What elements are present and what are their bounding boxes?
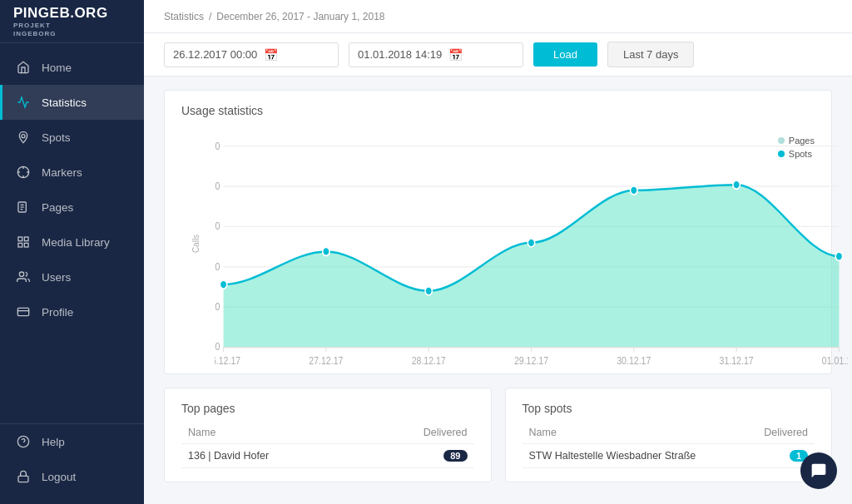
svg-point-51 xyxy=(733,180,740,189)
chart-container: Pages Spots 05010015020025026.12.1727.12… xyxy=(181,127,815,360)
logo: PINGEB.ORG PROJEKTINGEBORG xyxy=(0,0,144,43)
breadcrumb-parent: Statistics xyxy=(164,11,204,22)
svg-text:0: 0 xyxy=(215,340,220,352)
top-pages-card: Top pages Name Delivered 136 | David Hof… xyxy=(164,388,492,482)
spots-col-delivered: Delivered xyxy=(744,422,815,444)
sidebar-label-home: Home xyxy=(42,62,72,74)
top-pages-title: Top pages xyxy=(181,402,474,415)
svg-rect-13 xyxy=(24,243,28,247)
top-pages-table: Name Delivered 136 | David Hofer 89 xyxy=(181,422,474,468)
table-row: STW Haltestelle Wiesbadner Straße 1 xyxy=(523,444,815,468)
top-spots-title: Top spots xyxy=(523,402,815,415)
sidebar-bottom: Help Logout xyxy=(0,423,144,504)
date-from-input[interactable]: 26.12.2017 00:00 📅 xyxy=(164,42,339,67)
sidebar-item-spots[interactable]: Spots xyxy=(0,120,144,155)
bottom-panels: Top pages Name Delivered 136 | David Hof… xyxy=(164,388,832,482)
id-card-icon xyxy=(15,304,32,320)
svg-text:29.12.17: 29.12.17 xyxy=(514,354,548,366)
sidebar-item-home[interactable]: Home xyxy=(0,50,144,85)
svg-rect-15 xyxy=(17,308,28,315)
top-spots-table: Name Delivered STW Haltestelle Wiesbadne… xyxy=(523,422,815,468)
chart-svg: 05010015020025026.12.1727.12.1728.12.172… xyxy=(215,136,848,368)
chart-icon xyxy=(15,94,32,111)
sidebar-label-media: Media Library xyxy=(42,236,110,249)
svg-point-49 xyxy=(528,239,534,247)
svg-text:100: 100 xyxy=(215,260,220,272)
date-to-value: 01.01.2018 14:19 xyxy=(358,48,442,61)
logo-main: PINGEB.ORG xyxy=(13,5,108,22)
sidebar-item-markers[interactable]: Markers xyxy=(0,155,144,190)
svg-rect-10 xyxy=(18,237,22,241)
page-delivered: 89 xyxy=(363,444,473,468)
y-axis-label: Calls xyxy=(191,235,201,253)
sidebar-item-media[interactable]: Media Library xyxy=(0,225,144,259)
last7-button[interactable]: Last 7 days xyxy=(607,42,695,67)
breadcrumb-separator: / xyxy=(209,11,211,22)
pages-col-delivered: Delivered xyxy=(363,422,473,444)
svg-text:30.12.17: 30.12.17 xyxy=(617,354,651,366)
sidebar-item-help[interactable]: Help xyxy=(0,424,144,459)
content: Usage statistics Pages Spots 05010015020… xyxy=(144,77,852,504)
grid-icon xyxy=(15,234,32,250)
pages-col-name: Name xyxy=(181,422,363,444)
svg-point-48 xyxy=(425,287,432,295)
spot-name: STW Haltestelle Wiesbadner Straße xyxy=(523,444,745,468)
svg-point-46 xyxy=(220,280,226,289)
chat-bubble[interactable] xyxy=(800,452,837,489)
calendar-to-icon[interactable]: 📅 xyxy=(448,48,463,62)
svg-text:31.12.17: 31.12.17 xyxy=(720,354,754,366)
users-icon xyxy=(15,269,32,285)
sidebar-label-pages: Pages xyxy=(42,201,73,214)
svg-point-14 xyxy=(19,272,23,276)
svg-rect-12 xyxy=(18,243,22,247)
topbar: Statistics / December 26, 2017 - January… xyxy=(144,0,852,33)
breadcrumb-current: December 26, 2017 - January 1, 2018 xyxy=(216,11,384,22)
page-name: 136 | David Hofer xyxy=(181,444,363,468)
sidebar-label-users: Users xyxy=(42,271,71,284)
sidebar-item-pages[interactable]: Pages xyxy=(0,190,144,225)
file-icon xyxy=(15,199,32,215)
chart-title: Usage statistics xyxy=(181,104,815,117)
calendar-from-icon[interactable]: 📅 xyxy=(264,48,278,62)
chart-card: Usage statistics Pages Spots 05010015020… xyxy=(164,90,832,374)
controls-bar: 26.12.2017 00:00 📅 01.01.2018 14:19 📅 Lo… xyxy=(144,33,852,77)
home-icon xyxy=(15,59,32,76)
top-spots-card: Top spots Name Delivered STW Haltestelle… xyxy=(505,388,833,482)
sidebar: PINGEB.ORG PROJEKTINGEBORG Home Statisti… xyxy=(0,0,144,504)
svg-rect-19 xyxy=(18,476,28,482)
delivered-badge: 89 xyxy=(443,450,467,462)
main-area: Statistics / December 26, 2017 - January… xyxy=(144,0,852,504)
sidebar-label-statistics: Statistics xyxy=(42,96,87,109)
svg-rect-11 xyxy=(24,237,28,241)
svg-text:250: 250 xyxy=(215,140,220,151)
svg-text:28.12.17: 28.12.17 xyxy=(412,354,446,366)
svg-text:200: 200 xyxy=(215,180,220,191)
sidebar-item-logout[interactable]: Logout xyxy=(0,459,144,494)
help-icon xyxy=(15,433,32,450)
svg-text:150: 150 xyxy=(215,220,220,231)
sidebar-nav: Home Statistics Spots Markers xyxy=(0,43,144,423)
date-to-input[interactable]: 01.01.2018 14:19 📅 xyxy=(349,42,523,67)
date-from-value: 26.12.2017 00:00 xyxy=(173,48,257,61)
load-button[interactable]: Load xyxy=(533,42,597,67)
svg-point-52 xyxy=(835,252,842,260)
sidebar-item-users[interactable]: Users xyxy=(0,259,144,294)
logo-sub: PROJEKTINGEBORG xyxy=(13,22,108,37)
spots-col-name: Name xyxy=(523,422,745,444)
sidebar-label-markers: Markers xyxy=(42,166,82,179)
svg-point-47 xyxy=(323,247,329,255)
sidebar-label-help: Help xyxy=(42,436,65,448)
svg-text:27.12.17: 27.12.17 xyxy=(309,354,343,366)
location-icon xyxy=(15,129,32,146)
sidebar-label-spots: Spots xyxy=(42,131,71,144)
crosshair-icon xyxy=(15,164,32,180)
sidebar-label-profile: Profile xyxy=(42,306,73,319)
sidebar-item-profile[interactable]: Profile xyxy=(0,294,144,329)
svg-point-0 xyxy=(22,135,25,138)
sidebar-label-logout: Logout xyxy=(42,471,76,483)
svg-point-50 xyxy=(631,186,637,195)
sidebar-item-statistics[interactable]: Statistics xyxy=(0,85,144,120)
lock-icon xyxy=(15,468,32,485)
svg-text:50: 50 xyxy=(215,300,220,312)
svg-text:01.01.18: 01.01.18 xyxy=(822,354,848,366)
